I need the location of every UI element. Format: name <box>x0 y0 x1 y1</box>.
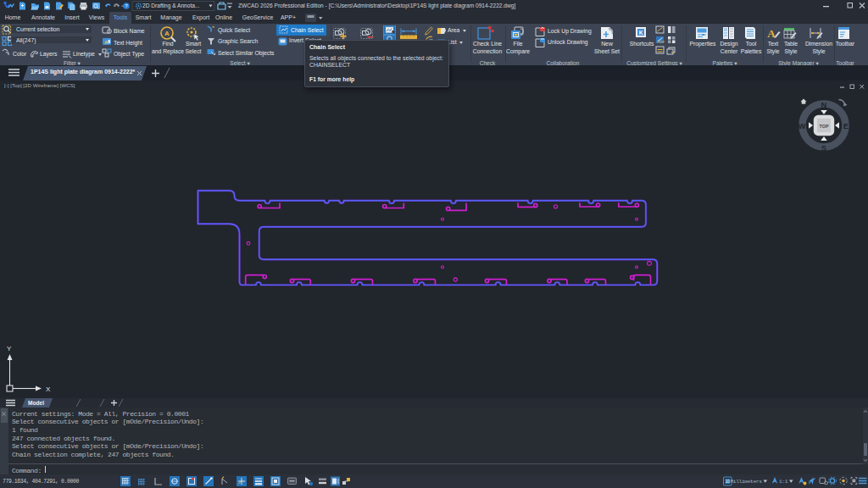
svg-text:PDF: PDF <box>658 40 665 44</box>
svg-text:A: A <box>104 40 108 45</box>
svg-text:A: A <box>164 30 170 37</box>
svg-text:1:1: 1:1 <box>779 479 788 485</box>
svg-text:Y: Y <box>7 345 12 352</box>
svg-text:K: K <box>639 30 643 36</box>
svg-text:10: 10 <box>726 480 731 484</box>
svg-text:Millimeters: Millimeters <box>731 479 763 485</box>
svg-text:X: X <box>46 385 51 393</box>
svg-text:?: ? <box>125 3 128 8</box>
